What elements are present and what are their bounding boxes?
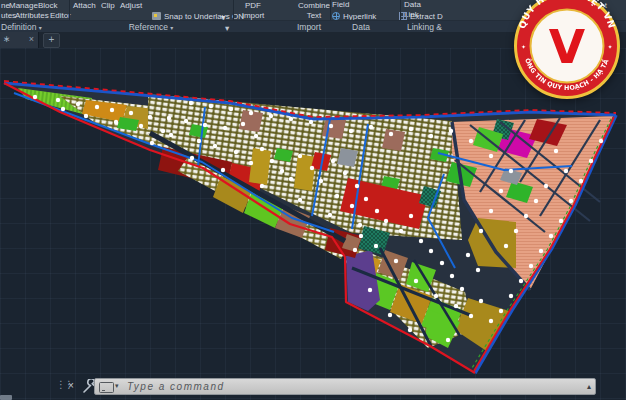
new-tab-button[interactable]: + xyxy=(43,33,60,48)
stamp-letter-v: V xyxy=(549,19,586,74)
ribbon-btn-pdf-import[interactable]: PDF xyxy=(245,1,261,10)
ribbon-btn-manage-attributes-2[interactable]: Attributes xyxy=(15,11,49,20)
quy-hoach-viet-stamp: QUY HOẠCH VIỆT VN THÔNG TIN QUY HOẠCH - … xyxy=(511,0,626,106)
chevron-down-icon: ▾ xyxy=(170,25,173,31)
chevron-down-icon: ▾ xyxy=(39,25,42,31)
ribbon-btn-field[interactable]: Field xyxy=(332,0,349,9)
ribbon-btn-attach[interactable]: Attach xyxy=(73,1,96,10)
panel-reference[interactable]: Reference ▾ xyxy=(129,22,174,32)
ribbon-btn-data-link[interactable]: Data xyxy=(404,0,421,9)
snap-underlay-icon xyxy=(152,12,161,20)
command-input[interactable]: ▾ Type a command ▴ xyxy=(94,378,596,395)
command-history-icon[interactable]: ▴ xyxy=(587,382,591,391)
ribbon-btn-combine-text-2[interactable]: Text xyxy=(307,11,322,20)
panel-data[interactable]: Data xyxy=(352,22,370,32)
close-command-icon[interactable]: × xyxy=(68,380,74,391)
ribbon-btn-combine-text[interactable]: Combine xyxy=(298,1,330,10)
ribbon-btn-clip[interactable]: Clip xyxy=(101,1,115,10)
ribbon-btn-define-attributes-2[interactable]: utes xyxy=(1,11,16,20)
close-tab-icon[interactable]: × xyxy=(29,34,34,44)
ribbon-btn-pdf-import-2[interactable]: Import xyxy=(242,11,265,20)
command-prompt-placeholder: Type a command xyxy=(127,381,225,392)
ribbon-btn-block-editor-2[interactable]: Editor xyxy=(50,11,71,20)
chevron-down-icon[interactable]: ▾ xyxy=(115,382,119,390)
modified-indicator: ∗ xyxy=(3,34,11,44)
ribbon-btn-adjust[interactable]: Adjust xyxy=(120,1,142,10)
ribbon-btn-manage-attributes[interactable]: Manage xyxy=(9,1,38,10)
panel-block-definition[interactable]: Definition ▾ xyxy=(1,22,42,32)
autocad-window: ne utes Manage Attributes Block Editor A… xyxy=(0,0,626,400)
panel-import[interactable]: Import xyxy=(297,22,321,32)
command-window-icon[interactable] xyxy=(99,382,114,393)
drawing-tab[interactable]: ∗ × xyxy=(0,32,39,48)
stamp-star-left: ✦ xyxy=(521,44,526,50)
ribbon-btn-block-editor[interactable]: Block xyxy=(38,1,58,10)
stamp-star-right: ✦ xyxy=(608,44,613,50)
panel-linking[interactable]: Linking & xyxy=(407,22,442,32)
globe-icon xyxy=(332,12,340,20)
statusbar-fragment xyxy=(0,395,12,400)
